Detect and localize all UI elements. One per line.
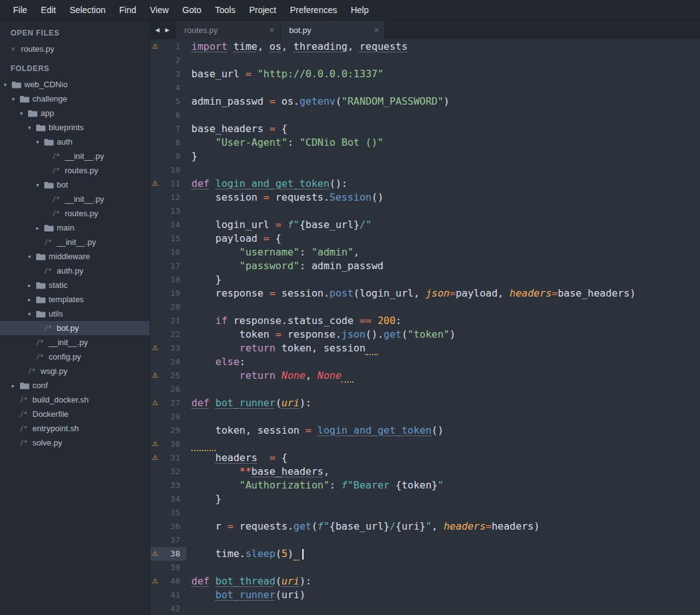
code-line-36[interactable]: 36 r = requests.get(f"{base_url}/{uri}",… <box>150 520 700 533</box>
tree-folder-utils[interactable]: ▾utils <box>0 307 150 321</box>
chevron-down-icon[interactable]: ▾ <box>36 182 44 188</box>
chevron-down-icon[interactable]: ▾ <box>28 125 36 131</box>
chevron-down-icon[interactable]: ▾ <box>28 311 36 317</box>
close-icon[interactable]: × <box>11 44 16 54</box>
code-line-32[interactable]: 32 **base_headers, <box>150 465 700 479</box>
gutter-line-12[interactable]: 12 <box>150 191 186 204</box>
tab-routes.py[interactable]: routes.py× <box>176 21 280 39</box>
code-line-8[interactable]: 8 "User-Agent": "CDNio Bot ()" <box>150 136 700 150</box>
code-line-13[interactable]: 13 <box>150 204 700 218</box>
tree-file-__init__.py[interactable]: /*__init__.py <box>0 149 150 163</box>
code-line-30[interactable]: ⚠30 <box>150 437 700 451</box>
menu-item-edit[interactable]: Edit <box>34 5 63 15</box>
menu-item-find[interactable]: Find <box>112 5 143 15</box>
code-line-4[interactable]: 4 <box>150 81 700 95</box>
gutter-line-8[interactable]: 8 <box>150 136 186 150</box>
code-line-5[interactable]: 5admin_passwd = os.getenv("RANDOM_PASSWO… <box>150 95 700 108</box>
gutter-line-22[interactable]: 22 <box>150 328 186 341</box>
code-line-34[interactable]: 34 } <box>150 492 700 506</box>
gutter-line-14[interactable]: 14 <box>150 218 186 232</box>
code-line-14[interactable]: 14 login_url = f"{base_url}/" <box>150 218 700 232</box>
code-line-22[interactable]: 22 token = response.json().get("token") <box>150 328 700 341</box>
gutter-line-28[interactable]: 28 <box>150 410 186 424</box>
code-line-41[interactable]: 41 bot_runner(uri) <box>150 588 700 602</box>
menu-item-preferences[interactable]: Preferences <box>283 5 343 15</box>
gutter-line-5[interactable]: 5 <box>150 95 186 108</box>
code-line-20[interactable]: 20 <box>150 300 700 314</box>
chevron-down-icon[interactable]: ▾ <box>36 139 44 145</box>
menu-item-selection[interactable]: Selection <box>63 5 113 15</box>
tree-file-__init__.py[interactable]: /*__init__.py <box>0 235 150 249</box>
gutter-line-27[interactable]: ⚠27 <box>150 396 186 410</box>
menu-item-file[interactable]: File <box>6 5 34 15</box>
tree-file-entrypoint.sh[interactable]: /*entrypoint.sh <box>0 421 150 436</box>
tab-close-icon[interactable]: × <box>264 25 274 35</box>
code-line-1[interactable]: ⚠1import time, os, threading, requests <box>150 40 700 54</box>
open-file-routes.py[interactable]: ×routes.py <box>0 42 150 56</box>
tree-file-wsgi.py[interactable]: /*wsgi.py <box>0 364 150 378</box>
chevron-right-icon[interactable]: ▸ <box>28 297 36 303</box>
tree-file-__init__.py[interactable]: /*__init__.py <box>0 192 150 206</box>
code-line-18[interactable]: 18 } <box>150 273 700 287</box>
gutter-line-35[interactable]: 35 <box>150 506 186 520</box>
gutter-line-24[interactable]: 24 <box>150 355 186 369</box>
code-editor[interactable]: ⚠1import time, os, threading, requests23… <box>150 39 700 615</box>
gutter-line-20[interactable]: 20 <box>150 300 186 314</box>
code-line-15[interactable]: 15 payload = { <box>150 232 700 246</box>
gutter-line-42[interactable]: 42 <box>150 602 186 615</box>
tree-folder-bot[interactable]: ▾bot <box>0 178 150 192</box>
gutter-line-32[interactable]: 32 <box>150 465 186 479</box>
tree-file-build_docker.sh[interactable]: /*build_docker.sh <box>0 393 150 407</box>
code-line-9[interactable]: 9} <box>150 150 700 163</box>
gutter-line-2[interactable]: 2 <box>150 54 186 67</box>
code-line-16[interactable]: 16 "username": "admin", <box>150 246 700 259</box>
gutter-line-29[interactable]: 29 <box>150 424 186 437</box>
code-line-19[interactable]: 19 response = session.post(login_url, js… <box>150 287 700 300</box>
code-line-6[interactable]: 6 <box>150 108 700 122</box>
tree-file-Dockerfile[interactable]: /*Dockerfile <box>0 407 150 421</box>
code-line-2[interactable]: 2 <box>150 54 700 67</box>
tree-folder-challenge[interactable]: ▾challenge <box>0 92 150 106</box>
chevron-right-icon[interactable]: ▸ <box>28 282 36 288</box>
tree-folder-blueprints[interactable]: ▾blueprints <box>0 120 150 135</box>
code-line-10[interactable]: 10 <box>150 163 700 177</box>
tab-bot.py[interactable]: bot.py× <box>280 21 385 39</box>
code-line-38[interactable]: ⚠38 time.sleep(5) <box>150 547 700 561</box>
gutter-line-31[interactable]: ⚠31 <box>150 451 186 465</box>
gutter-line-30[interactable]: ⚠30 <box>150 437 186 451</box>
tab-scroll-right-icon[interactable]: ▶ <box>165 27 170 33</box>
tab-scroll-left-icon[interactable]: ◀ <box>155 27 160 33</box>
tree-file-routes.py[interactable]: /*routes.py <box>0 206 150 221</box>
code-line-27[interactable]: ⚠27def bot_runner(uri): <box>150 396 700 410</box>
chevron-down-icon[interactable]: ▾ <box>20 110 28 117</box>
gutter-line-23[interactable]: ⚠23 <box>150 341 186 355</box>
gutter-line-7[interactable]: 7 <box>150 122 186 136</box>
chevron-down-icon[interactable]: ▾ <box>4 82 12 88</box>
tree-folder-web_CDNio[interactable]: ▾web_CDNio <box>0 77 150 92</box>
menu-item-help[interactable]: Help <box>344 5 376 15</box>
gutter-line-33[interactable]: 33 <box>150 479 186 492</box>
gutter-line-19[interactable]: 19 <box>150 287 186 300</box>
gutter-line-3[interactable]: 3 <box>150 67 186 81</box>
code-line-40[interactable]: ⚠40def bot_thread(uri): <box>150 574 700 588</box>
gutter-line-11[interactable]: ⚠11 <box>150 177 186 191</box>
code-line-26[interactable]: 26 <box>150 383 700 396</box>
chevron-right-icon[interactable]: ▸ <box>12 383 20 389</box>
menu-item-project[interactable]: Project <box>242 5 284 15</box>
tree-file-config.py[interactable]: /*config.py <box>0 350 150 364</box>
gutter-line-16[interactable]: 16 <box>150 246 186 259</box>
tree-file-auth.py[interactable]: /*auth.py <box>0 264 150 278</box>
tree-file-solve.py[interactable]: /*solve.py <box>0 436 150 450</box>
tab-close-icon[interactable]: × <box>369 25 379 35</box>
tree-file-__init__.py[interactable]: /*__init__.py <box>0 335 150 350</box>
menu-item-view[interactable]: View <box>143 5 176 15</box>
gutter-line-36[interactable]: 36 <box>150 520 186 533</box>
chevron-right-icon[interactable]: ▸ <box>36 225 44 231</box>
gutter-line-41[interactable]: 41 <box>150 588 186 602</box>
code-line-31[interactable]: ⚠31 headers = { <box>150 451 700 465</box>
tree-folder-middleware[interactable]: ▾middleware <box>0 249 150 264</box>
gutter-line-18[interactable]: 18 <box>150 273 186 287</box>
gutter-line-21[interactable]: 21 <box>150 314 186 328</box>
code-line-12[interactable]: 12 session = requests.Session() <box>150 191 700 204</box>
tree-file-routes.py[interactable]: /*routes.py <box>0 163 150 178</box>
